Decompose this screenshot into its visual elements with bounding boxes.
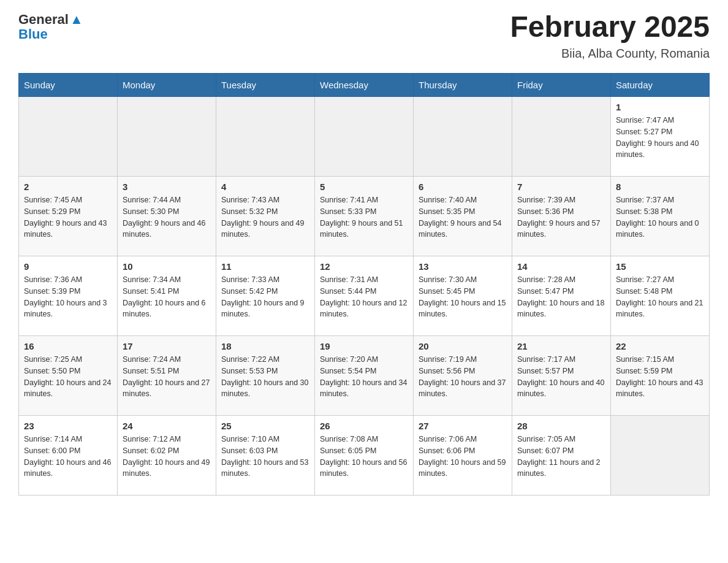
calendar-cell [611,416,710,496]
calendar-cell: 25Sunrise: 7:10 AMSunset: 6:03 PMDayligh… [216,416,315,496]
day-number: 22 [616,341,704,351]
weekday-header-wednesday: Wednesday [315,74,414,97]
month-title: February 2025 [510,12,710,42]
day-info: Sunrise: 7:36 AMSunset: 5:39 PMDaylight:… [24,274,112,320]
day-info: Sunrise: 7:14 AMSunset: 6:00 PMDaylight:… [24,434,112,480]
day-info: Sunrise: 7:33 AMSunset: 5:42 PMDaylight:… [221,274,309,320]
day-info: Sunrise: 7:27 AMSunset: 5:48 PMDaylight:… [616,274,704,320]
calendar-cell: 6Sunrise: 7:40 AMSunset: 5:35 PMDaylight… [414,177,512,256]
day-info: Sunrise: 7:17 AMSunset: 5:57 PMDaylight:… [517,354,605,400]
calendar-cell: 4Sunrise: 7:43 AMSunset: 5:32 PMDaylight… [216,177,315,256]
calendar-cell: 15Sunrise: 7:27 AMSunset: 5:48 PMDayligh… [611,256,710,336]
day-info: Sunrise: 7:15 AMSunset: 5:59 PMDaylight:… [616,354,704,400]
day-number: 4 [221,182,309,192]
day-info: Sunrise: 7:28 AMSunset: 5:47 PMDaylight:… [517,274,605,320]
calendar-cell: 2Sunrise: 7:45 AMSunset: 5:29 PMDaylight… [19,177,118,256]
day-number: 8 [616,182,704,192]
calendar-cell: 5Sunrise: 7:41 AMSunset: 5:33 PMDaylight… [315,177,414,256]
day-info: Sunrise: 7:05 AMSunset: 6:07 PMDaylight:… [517,434,605,480]
calendar-cell: 14Sunrise: 7:28 AMSunset: 5:47 PMDayligh… [512,256,611,336]
calendar-cell: 16Sunrise: 7:25 AMSunset: 5:50 PMDayligh… [19,336,118,416]
weekday-header-row: SundayMondayTuesdayWednesdayThursdayFrid… [19,74,710,97]
day-info: Sunrise: 7:25 AMSunset: 5:50 PMDaylight:… [24,354,112,400]
day-number: 19 [320,341,408,351]
calendar-week-row: 9Sunrise: 7:36 AMSunset: 5:39 PMDaylight… [19,256,710,336]
title-section: February 2025 Biia, Alba County, Romania [510,12,710,61]
calendar-week-row: 16Sunrise: 7:25 AMSunset: 5:50 PMDayligh… [19,336,710,416]
day-number: 3 [123,182,211,192]
weekday-header-thursday: Thursday [414,74,512,97]
calendar-cell [512,97,611,177]
calendar-cell: 21Sunrise: 7:17 AMSunset: 5:57 PMDayligh… [512,336,611,416]
calendar-cell: 1Sunrise: 7:47 AMSunset: 5:27 PMDaylight… [611,97,710,177]
day-info: Sunrise: 7:45 AMSunset: 5:29 PMDaylight:… [24,194,112,240]
calendar-cell: 18Sunrise: 7:22 AMSunset: 5:53 PMDayligh… [216,336,315,416]
day-info: Sunrise: 7:34 AMSunset: 5:41 PMDaylight:… [123,274,211,320]
day-number: 15 [616,261,704,272]
day-number: 2 [24,182,112,192]
calendar-cell: 27Sunrise: 7:06 AMSunset: 6:06 PMDayligh… [414,416,512,496]
day-info: Sunrise: 7:06 AMSunset: 6:06 PMDaylight:… [419,434,507,480]
calendar-cell: 8Sunrise: 7:37 AMSunset: 5:38 PMDaylight… [611,177,710,256]
day-number: 17 [123,341,211,351]
location: Biia, Alba County, Romania [510,47,710,61]
calendar-cell: 26Sunrise: 7:08 AMSunset: 6:05 PMDayligh… [315,416,414,496]
logo: General ▲ Blue [18,12,83,42]
calendar-week-row: 1Sunrise: 7:47 AMSunset: 5:27 PMDaylight… [19,97,710,177]
day-info: Sunrise: 7:40 AMSunset: 5:35 PMDaylight:… [419,194,507,240]
weekday-header-sunday: Sunday [19,74,118,97]
day-info: Sunrise: 7:24 AMSunset: 5:51 PMDaylight:… [123,354,211,400]
calendar-cell: 3Sunrise: 7:44 AMSunset: 5:30 PMDaylight… [118,177,216,256]
day-info: Sunrise: 7:44 AMSunset: 5:30 PMDaylight:… [123,194,211,240]
day-number: 7 [517,182,605,192]
logo-arrow: ▲ [70,12,83,27]
weekday-header-saturday: Saturday [611,74,710,97]
day-info: Sunrise: 7:22 AMSunset: 5:53 PMDaylight:… [221,354,309,400]
day-number: 23 [24,421,112,431]
calendar-cell: 22Sunrise: 7:15 AMSunset: 5:59 PMDayligh… [611,336,710,416]
calendar-cell: 11Sunrise: 7:33 AMSunset: 5:42 PMDayligh… [216,256,315,336]
calendar-cell: 13Sunrise: 7:30 AMSunset: 5:45 PMDayligh… [414,256,512,336]
calendar-cell: 24Sunrise: 7:12 AMSunset: 6:02 PMDayligh… [118,416,216,496]
logo-blue: Blue [18,27,48,42]
day-number: 11 [221,261,309,272]
day-info: Sunrise: 7:10 AMSunset: 6:03 PMDaylight:… [221,434,309,480]
day-number: 1 [616,102,704,112]
day-number: 6 [419,182,507,192]
weekday-header-tuesday: Tuesday [216,74,315,97]
day-info: Sunrise: 7:12 AMSunset: 6:02 PMDaylight:… [123,434,211,480]
calendar-table: SundayMondayTuesdayWednesdayThursdayFrid… [18,73,710,496]
calendar-cell: 28Sunrise: 7:05 AMSunset: 6:07 PMDayligh… [512,416,611,496]
day-number: 27 [419,421,507,431]
day-info: Sunrise: 7:19 AMSunset: 5:56 PMDaylight:… [419,354,507,400]
day-number: 9 [24,261,112,272]
day-number: 14 [517,261,605,272]
day-info: Sunrise: 7:47 AMSunset: 5:27 PMDaylight:… [616,115,704,161]
calendar-cell: 7Sunrise: 7:39 AMSunset: 5:36 PMDaylight… [512,177,611,256]
calendar-cell: 23Sunrise: 7:14 AMSunset: 6:00 PMDayligh… [19,416,118,496]
calendar-cell [414,97,512,177]
day-info: Sunrise: 7:39 AMSunset: 5:36 PMDaylight:… [517,194,605,240]
day-info: Sunrise: 7:31 AMSunset: 5:44 PMDaylight:… [320,274,408,320]
page-header: General ▲ Blue February 2025 Biia, Alba … [18,12,710,61]
calendar-cell [216,97,315,177]
calendar-cell: 12Sunrise: 7:31 AMSunset: 5:44 PMDayligh… [315,256,414,336]
day-number: 16 [24,341,112,351]
calendar-cell [315,97,414,177]
weekday-header-friday: Friday [512,74,611,97]
day-info: Sunrise: 7:30 AMSunset: 5:45 PMDaylight:… [419,274,507,320]
day-number: 10 [123,261,211,272]
calendar-cell: 10Sunrise: 7:34 AMSunset: 5:41 PMDayligh… [118,256,216,336]
calendar-cell [19,97,118,177]
calendar-cell: 19Sunrise: 7:20 AMSunset: 5:54 PMDayligh… [315,336,414,416]
calendar-week-row: 2Sunrise: 7:45 AMSunset: 5:29 PMDaylight… [19,177,710,256]
day-number: 25 [221,421,309,431]
day-number: 26 [320,421,408,431]
day-number: 21 [517,341,605,351]
calendar-cell: 17Sunrise: 7:24 AMSunset: 5:51 PMDayligh… [118,336,216,416]
day-number: 18 [221,341,309,351]
calendar-cell [118,97,216,177]
weekday-header-monday: Monday [118,74,216,97]
day-number: 5 [320,182,408,192]
calendar-week-row: 23Sunrise: 7:14 AMSunset: 6:00 PMDayligh… [19,416,710,496]
